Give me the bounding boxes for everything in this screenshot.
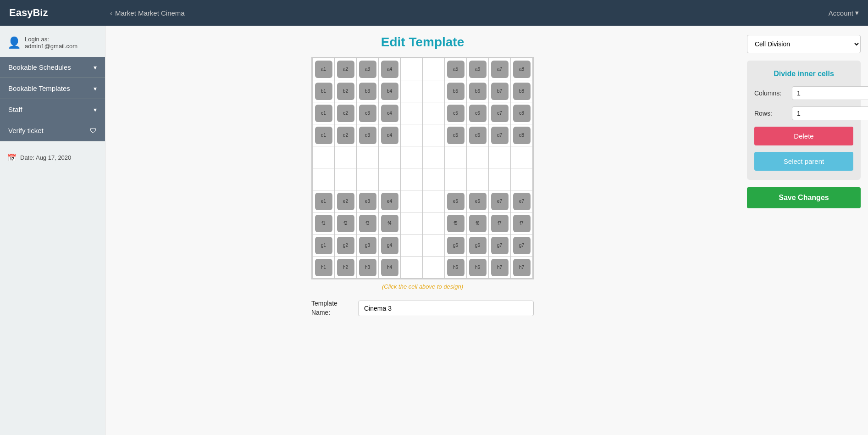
rows-input[interactable] bbox=[792, 106, 868, 120]
seat-button[interactable]: c8 bbox=[513, 105, 531, 122]
seat-button[interactable]: g7 bbox=[513, 237, 531, 254]
grid-cell[interactable]: f2 bbox=[335, 212, 357, 234]
grid-cell[interactable]: b3 bbox=[357, 80, 379, 102]
grid-cell[interactable] bbox=[423, 102, 445, 124]
grid-cell[interactable]: b6 bbox=[467, 80, 489, 102]
grid-cell[interactable] bbox=[423, 168, 445, 190]
grid-cell[interactable] bbox=[401, 168, 423, 190]
seat-button[interactable]: b8 bbox=[513, 83, 531, 100]
seat-button[interactable]: h3 bbox=[359, 259, 376, 276]
grid-cell[interactable]: h2 bbox=[335, 257, 357, 279]
grid-cell[interactable]: e7 bbox=[511, 190, 533, 212]
seat-button[interactable]: g1 bbox=[315, 237, 332, 254]
seat-button[interactable]: a1 bbox=[315, 61, 332, 78]
grid-cell[interactable]: b4 bbox=[379, 80, 401, 102]
seat-button[interactable]: d4 bbox=[381, 127, 398, 144]
seat-button[interactable]: b4 bbox=[381, 83, 398, 100]
grid-cell[interactable]: d2 bbox=[335, 124, 357, 146]
account-menu[interactable]: Account ▾ bbox=[829, 9, 859, 17]
grid-cell[interactable]: b7 bbox=[489, 80, 511, 102]
grid-cell[interactable] bbox=[357, 146, 379, 168]
seat-button[interactable]: a5 bbox=[447, 61, 464, 78]
seat-button[interactable]: c5 bbox=[447, 105, 464, 122]
seat-button[interactable]: b6 bbox=[469, 83, 487, 100]
seat-button[interactable]: b5 bbox=[447, 83, 464, 100]
grid-cell[interactable]: h7 bbox=[489, 257, 511, 279]
sidebar-item-bookable-schedules[interactable]: Bookable Schedules ▾ bbox=[0, 57, 105, 78]
grid-cell[interactable]: b5 bbox=[445, 80, 467, 102]
seat-button[interactable]: d6 bbox=[469, 127, 487, 144]
seat-button[interactable]: g6 bbox=[469, 237, 487, 254]
grid-cell[interactable] bbox=[401, 190, 423, 212]
columns-input[interactable] bbox=[792, 86, 868, 100]
seat-button[interactable]: h6 bbox=[469, 259, 487, 276]
save-changes-button[interactable]: Save Changes bbox=[747, 187, 861, 208]
seat-button[interactable]: g4 bbox=[381, 237, 398, 254]
grid-cell[interactable] bbox=[511, 168, 533, 190]
grid-cell[interactable]: e4 bbox=[379, 190, 401, 212]
grid-cell[interactable]: f5 bbox=[445, 212, 467, 234]
grid-cell[interactable]: d6 bbox=[467, 124, 489, 146]
grid-cell[interactable] bbox=[445, 168, 467, 190]
seat-button[interactable]: h5 bbox=[447, 259, 464, 276]
seat-button[interactable]: h2 bbox=[337, 259, 354, 276]
grid-cell[interactable]: e7 bbox=[489, 190, 511, 212]
seat-button[interactable]: e7 bbox=[491, 193, 509, 210]
seat-button[interactable]: d7 bbox=[491, 127, 509, 144]
seat-button[interactable]: g2 bbox=[337, 237, 354, 254]
grid-cell[interactable]: g6 bbox=[467, 234, 489, 257]
seat-button[interactable]: a6 bbox=[469, 61, 487, 78]
grid-cell[interactable]: d4 bbox=[379, 124, 401, 146]
grid-cell[interactable] bbox=[423, 212, 445, 234]
seat-button[interactable]: h1 bbox=[315, 259, 332, 276]
seat-button[interactable]: f5 bbox=[447, 215, 464, 232]
grid-cell[interactable] bbox=[423, 80, 445, 102]
seat-button[interactable]: f6 bbox=[469, 215, 487, 232]
grid-cell[interactable] bbox=[489, 146, 511, 168]
seat-button[interactable]: g3 bbox=[359, 237, 376, 254]
grid-cell[interactable]: g2 bbox=[335, 234, 357, 257]
seat-button[interactable]: e3 bbox=[359, 193, 376, 210]
sidebar-item-bookable-templates[interactable]: Bookable Templates ▾ bbox=[0, 78, 105, 99]
grid-cell[interactable]: h4 bbox=[379, 257, 401, 279]
grid-cell[interactable]: h5 bbox=[445, 257, 467, 279]
grid-cell[interactable]: b8 bbox=[511, 80, 533, 102]
grid-cell[interactable] bbox=[489, 168, 511, 190]
seat-button[interactable]: a2 bbox=[337, 61, 354, 78]
cell-division-select[interactable]: Cell Division bbox=[747, 35, 861, 53]
grid-cell[interactable]: c3 bbox=[357, 102, 379, 124]
grid-cell[interactable]: c4 bbox=[379, 102, 401, 124]
grid-cell[interactable] bbox=[401, 146, 423, 168]
grid-cell[interactable]: c5 bbox=[445, 102, 467, 124]
seat-button[interactable]: b1 bbox=[315, 83, 332, 100]
seat-button[interactable]: c4 bbox=[381, 105, 398, 122]
grid-cell[interactable]: a2 bbox=[335, 58, 357, 80]
grid-cell[interactable] bbox=[423, 234, 445, 257]
grid-cell[interactable] bbox=[423, 146, 445, 168]
seat-button[interactable]: c1 bbox=[315, 105, 332, 122]
grid-cell[interactable] bbox=[335, 168, 357, 190]
seat-button[interactable]: a4 bbox=[381, 61, 398, 78]
grid-cell[interactable] bbox=[401, 234, 423, 257]
grid-cell[interactable]: a6 bbox=[467, 58, 489, 80]
grid-cell[interactable]: b2 bbox=[335, 80, 357, 102]
template-name-input[interactable] bbox=[358, 301, 534, 316]
grid-cell[interactable]: f7 bbox=[511, 212, 533, 234]
grid-cell[interactable] bbox=[423, 58, 445, 80]
seat-button[interactable]: f4 bbox=[381, 215, 398, 232]
seat-button[interactable]: d5 bbox=[447, 127, 464, 144]
seat-button[interactable]: f3 bbox=[359, 215, 376, 232]
grid-cell[interactable] bbox=[401, 257, 423, 279]
seat-button[interactable]: f1 bbox=[315, 215, 332, 232]
grid-cell[interactable]: e5 bbox=[445, 190, 467, 212]
grid-cell[interactable] bbox=[423, 257, 445, 279]
seat-button[interactable]: c7 bbox=[491, 105, 509, 122]
grid-cell[interactable] bbox=[401, 80, 423, 102]
grid-cell[interactable]: d8 bbox=[511, 124, 533, 146]
grid-cell[interactable]: f4 bbox=[379, 212, 401, 234]
grid-cell[interactable] bbox=[379, 146, 401, 168]
seat-button[interactable]: d3 bbox=[359, 127, 376, 144]
grid-cell[interactable] bbox=[401, 58, 423, 80]
grid-cell[interactable] bbox=[313, 168, 335, 190]
grid-cell[interactable] bbox=[401, 212, 423, 234]
